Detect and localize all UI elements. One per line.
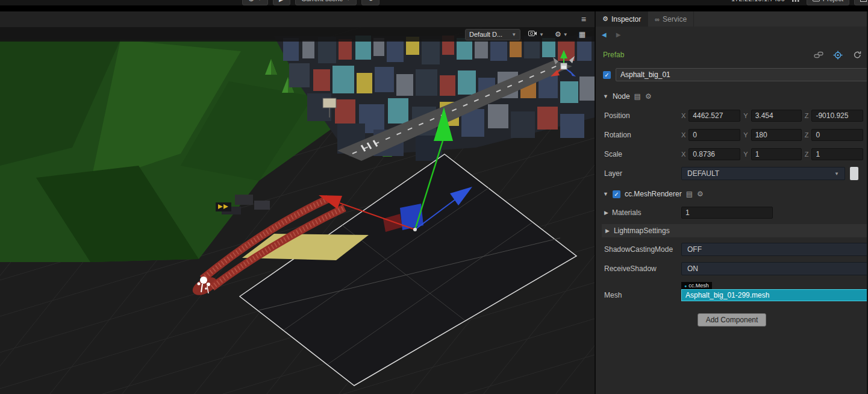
scale-label: Scale (596, 150, 681, 158)
expand-icon[interactable]: ▶ (604, 210, 608, 216)
billboard (323, 98, 336, 108)
layer-label: Layer (596, 169, 681, 178)
refresh-icon: ↻ (367, 0, 373, 3)
top-divider (0, 5, 868, 11)
gear-icon: ⚙ (555, 30, 561, 39)
scene-panel: ≡ (0, 11, 595, 394)
position-label: Position (596, 111, 681, 120)
node-section-header: ▼ Node ▤ ⚙ (596, 89, 867, 104)
asset-dot-icon: ● (684, 284, 687, 288)
docs-book-icon[interactable]: ▤ (634, 92, 641, 101)
tab-service-label: Service (663, 15, 687, 23)
camera-settings-dropdown[interactable]: ▼ (525, 29, 547, 40)
scale-y-input[interactable] (751, 148, 802, 160)
rotation-label: Rotation (596, 131, 681, 139)
locate-prefab-icon[interactable] (832, 49, 844, 60)
mesh-type-tooltip-label: cc.Mesh (688, 283, 709, 289)
receive-shadow-label: ReceiveShadow (596, 264, 681, 273)
tab-inspector-label: Inspector (611, 15, 641, 23)
display-mode-label: Default D... (469, 31, 502, 38)
chevron-down-icon: ▼ (834, 171, 839, 177)
link-icon: ∞ (655, 16, 660, 23)
history-forward-button[interactable]: ▶ (616, 31, 621, 38)
prefab-label: Prefab (603, 51, 624, 59)
materials-count-input[interactable] (681, 207, 773, 219)
signal-bars-icon[interactable] (792, 0, 799, 2)
project-button-label: Project (823, 0, 843, 2)
lightmap-settings-header[interactable]: ▶ LightmapSettings (602, 224, 867, 237)
receive-shadow-dropdown[interactable]: ON ▼ (681, 262, 867, 275)
node-name-input[interactable] (616, 68, 867, 81)
layer-edit-button[interactable] (850, 167, 858, 180)
scene-3d-viewport[interactable] (0, 27, 595, 394)
node-active-checkbox[interactable]: ✓ (603, 71, 611, 79)
layer-row: Layer DEFAULT ▼ (596, 164, 867, 183)
lightmap-settings-label: LightmapSettings (614, 227, 670, 235)
inspector-tabbar: ⚙ Inspector ∞ Service (596, 11, 867, 27)
gizmo-settings-dropdown[interactable]: ⚙ ▼ (552, 29, 571, 40)
history-back-button[interactable]: ◀ (602, 31, 607, 38)
grid-layout-icon: ▦ (579, 30, 585, 39)
add-component-button[interactable]: Add Component (698, 313, 767, 327)
gear-icon[interactable]: ⚙ (697, 190, 704, 198)
play-button[interactable]: ▶ (273, 0, 290, 5)
layer-value: DEFAULT (687, 169, 719, 178)
axis-z-label: Z (805, 112, 809, 119)
chevron-down-icon: ▼ (257, 0, 262, 2)
axis-z-label: Z (805, 151, 809, 158)
position-x-input[interactable] (688, 110, 740, 122)
axis-y-label: Y (743, 151, 748, 158)
axis-x-label: X (681, 131, 685, 139)
axis-y-label: Y (743, 131, 748, 139)
play-icon: ▶ (279, 0, 284, 3)
inspector-panel: ⚙ Inspector ∞ Service ◀ ▶ Prefab (595, 11, 867, 394)
mesh-asset-value: Asphalt_big_01-299.mesh (685, 291, 769, 299)
meshrenderer-enabled-checkbox[interactable]: ✓ (613, 190, 620, 198)
chevron-down-icon: ▼ (511, 32, 516, 37)
docs-book-icon[interactable]: ▤ (686, 190, 693, 198)
layout-split-button[interactable]: ▦ (576, 29, 589, 40)
scale-z-input[interactable] (811, 148, 863, 160)
meshrenderer-title: cc.MeshRenderer (625, 190, 682, 198)
rotation-z-input[interactable] (811, 129, 863, 141)
scene-select-dropdown[interactable]: Current scene ▼ (295, 0, 357, 5)
globe-icon: ⊕ (248, 0, 254, 3)
tab-inspector[interactable]: ⚙ Inspector (596, 11, 648, 27)
axis-y-label: Y (743, 112, 748, 119)
scene-select-label: Current scene (301, 0, 343, 2)
inspector-history-nav: ◀ ▶ (596, 27, 867, 42)
gear-icon[interactable]: ⚙ (645, 92, 652, 101)
mesh-row: Mesh ● cc.Mesh Asphalt_big_01-299.mesh (596, 288, 867, 302)
mesh-label: Mesh (596, 291, 681, 299)
reset-prefab-icon[interactable] (851, 49, 863, 60)
position-row: Position X Y Z (596, 106, 867, 125)
mesh-asset-field[interactable]: Asphalt_big_01-299.mesh (681, 289, 867, 301)
tab-service[interactable]: ∞ Service (648, 11, 694, 27)
chevron-down-icon: ▼ (346, 0, 351, 2)
position-z-input[interactable] (811, 110, 863, 122)
panel-menu-icon[interactable]: ≡ (581, 14, 586, 24)
refresh-scene-button[interactable]: ↻ (361, 0, 379, 5)
collapse-icon[interactable]: ▼ (603, 191, 608, 197)
scene-panel-header: ≡ (0, 11, 595, 27)
console-button[interactable] (854, 0, 868, 5)
collapse-icon[interactable]: ▼ (603, 93, 608, 99)
axis-z-label: Z (805, 131, 809, 139)
viewport-toolbar: Default D... ▼ ▼ ⚙ ▼ ▦ (0, 27, 595, 42)
rotation-y-input[interactable] (751, 129, 802, 141)
scale-x-input[interactable] (688, 148, 740, 160)
gear-icon: ⚙ (602, 15, 608, 23)
layer-dropdown[interactable]: DEFAULT ▼ (681, 167, 845, 180)
chevron-down-icon: ▼ (563, 32, 568, 37)
shadow-casting-dropdown[interactable]: OFF ▼ (681, 243, 867, 256)
materials-row: ▶ Materials (596, 204, 867, 222)
position-y-input[interactable] (751, 110, 802, 122)
unlink-prefab-icon[interactable] (813, 49, 825, 60)
preview-address: 172.22.16.1:7456 (731, 0, 785, 2)
rotation-x-input[interactable] (688, 129, 740, 141)
project-button[interactable]: Project (807, 0, 849, 5)
platform-dropdown[interactable]: ⊕ ▼ (242, 0, 268, 5)
display-mode-dropdown[interactable]: Default D... ▼ (465, 29, 520, 40)
inspector-content: Prefab ✓ (596, 42, 867, 327)
node-section-title: Node (613, 92, 630, 101)
